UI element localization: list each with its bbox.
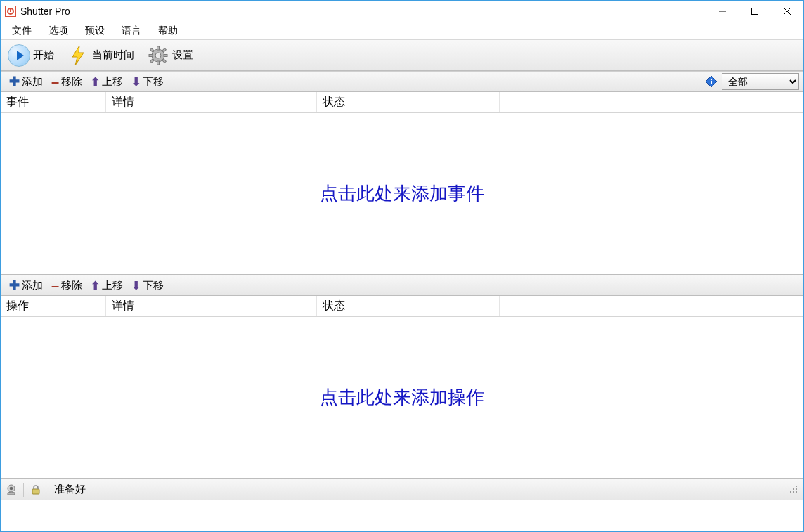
minus-icon: – xyxy=(51,78,59,85)
plus-icon: ✚ xyxy=(9,74,20,89)
start-label: 开始 xyxy=(33,48,54,62)
events-add-label: 添加 xyxy=(22,75,43,89)
main-toolbar: 开始 当前时间 设置 xyxy=(1,40,803,71)
svg-point-16 xyxy=(711,79,712,80)
events-section: ✚ 添加 – 移除 ⬆ 上移 ⬇ 下移 全部 事件 详情 状态 点击此处来添加事… xyxy=(1,71,803,275)
svg-rect-11 xyxy=(162,48,167,52)
svg-rect-7 xyxy=(157,61,160,65)
menubar: 文件 选项 预设 语言 帮助 xyxy=(1,22,803,40)
events-filter-select[interactable]: 全部 xyxy=(722,73,799,90)
events-moveup-button[interactable]: ⬆ 上移 xyxy=(86,74,127,90)
menu-presets[interactable]: 预设 xyxy=(77,22,113,39)
arrow-up-icon: ⬆ xyxy=(91,279,100,292)
bolt-icon xyxy=(67,44,89,67)
separator xyxy=(23,483,24,497)
svg-rect-12 xyxy=(150,58,155,63)
maximize-button[interactable] xyxy=(739,1,771,22)
events-remove-label: 移除 xyxy=(61,75,82,89)
actions-movedown-button[interactable]: ⬇ 下移 xyxy=(127,278,168,294)
svg-point-14 xyxy=(155,53,161,58)
start-button[interactable]: 开始 xyxy=(5,43,57,68)
events-movedown-label: 下移 xyxy=(143,75,164,89)
current-time-label: 当前时间 xyxy=(92,48,134,62)
info-icon[interactable] xyxy=(705,75,718,88)
actions-remove-label: 移除 xyxy=(61,279,82,292)
close-button[interactable] xyxy=(771,1,803,22)
play-icon xyxy=(8,44,30,67)
svg-rect-17 xyxy=(711,81,712,84)
svg-rect-10 xyxy=(150,48,155,52)
actions-header-blank xyxy=(500,296,803,316)
actions-grid-body[interactable]: 点击此处来添加操作 xyxy=(1,317,803,479)
statusbar: 准备好 xyxy=(1,479,803,500)
svg-rect-1 xyxy=(752,8,758,15)
app-icon xyxy=(5,6,16,17)
actions-add-label: 添加 xyxy=(22,279,43,292)
svg-rect-13 xyxy=(162,58,167,63)
events-header-details[interactable]: 详情 xyxy=(106,92,317,112)
svg-point-19 xyxy=(10,486,13,490)
actions-toolbar: ✚ 添加 – 移除 ⬆ 上移 ⬇ 下移 xyxy=(1,275,803,296)
svg-rect-6 xyxy=(157,46,160,50)
svg-rect-8 xyxy=(149,54,153,56)
settings-button[interactable]: 设置 xyxy=(144,43,196,68)
events-moveup-label: 上移 xyxy=(102,75,123,89)
actions-add-button[interactable]: ✚ 添加 xyxy=(5,276,47,294)
lock-icon[interactable] xyxy=(30,484,42,496)
events-header-blank xyxy=(500,92,803,112)
plus-icon: ✚ xyxy=(9,278,20,293)
events-placeholder[interactable]: 点击此处来添加事件 xyxy=(320,181,484,206)
events-grid-header: 事件 详情 状态 xyxy=(1,92,803,113)
arrow-down-icon: ⬇ xyxy=(131,279,141,292)
menu-options[interactable]: 选项 xyxy=(40,22,77,39)
minimize-button[interactable] xyxy=(706,1,739,22)
actions-moveup-label: 上移 xyxy=(102,279,123,292)
webcam-icon[interactable] xyxy=(5,484,18,496)
actions-header-status[interactable]: 状态 xyxy=(317,296,500,316)
arrow-up-icon: ⬆ xyxy=(91,75,100,89)
separator xyxy=(48,483,48,497)
actions-section: ✚ 添加 – 移除 ⬆ 上移 ⬇ 下移 操作 详情 状态 点击此处来添加操作 xyxy=(1,275,803,479)
window-title: Shutter Pro xyxy=(20,6,70,17)
menu-help[interactable]: 帮助 xyxy=(150,22,186,39)
events-header-event[interactable]: 事件 xyxy=(1,92,106,112)
current-time-button[interactable]: 当前时间 xyxy=(64,43,137,68)
minus-icon: – xyxy=(51,282,59,289)
actions-remove-button[interactable]: – 移除 xyxy=(47,278,86,294)
arrow-down-icon: ⬇ xyxy=(131,75,141,89)
menu-language[interactable]: 语言 xyxy=(113,22,150,39)
actions-grid-header: 操作 详情 状态 xyxy=(1,296,803,317)
titlebar: Shutter Pro xyxy=(1,1,803,22)
settings-label: 设置 xyxy=(172,48,193,62)
svg-marker-4 xyxy=(72,46,84,65)
actions-header-action[interactable]: 操作 xyxy=(1,296,106,316)
gear-icon xyxy=(147,44,169,67)
actions-moveup-button[interactable]: ⬆ 上移 xyxy=(86,278,127,294)
menu-file[interactable]: 文件 xyxy=(4,22,40,39)
actions-header-details[interactable]: 详情 xyxy=(106,296,317,316)
events-remove-button[interactable]: – 移除 xyxy=(47,74,86,90)
svg-rect-9 xyxy=(164,54,167,56)
events-header-status[interactable]: 状态 xyxy=(317,92,500,112)
resize-grip[interactable] xyxy=(789,485,799,495)
actions-placeholder[interactable]: 点击此处来添加操作 xyxy=(320,385,484,410)
events-movedown-button[interactable]: ⬇ 下移 xyxy=(127,74,168,90)
actions-movedown-label: 下移 xyxy=(143,279,164,292)
events-add-button[interactable]: ✚ 添加 xyxy=(5,72,47,91)
status-text: 准备好 xyxy=(54,483,86,496)
events-toolbar: ✚ 添加 – 移除 ⬆ 上移 ⬇ 下移 全部 xyxy=(1,71,803,92)
svg-rect-20 xyxy=(32,489,39,494)
events-grid-body[interactable]: 点击此处来添加事件 xyxy=(1,113,803,275)
